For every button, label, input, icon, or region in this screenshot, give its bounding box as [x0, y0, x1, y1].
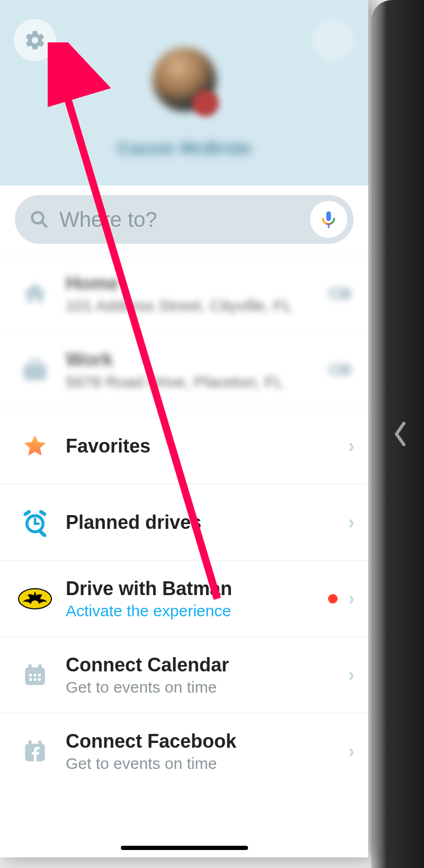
work-address: 5678 Road Drive, Placeton, FL [66, 373, 327, 391]
chevron-right-icon: › [348, 435, 355, 457]
chevron-right-icon: › [348, 588, 355, 610]
chevron-right-icon: › [348, 511, 355, 534]
search-placeholder: Where to? [59, 208, 299, 232]
connect-facebook-row[interactable]: Connect Facebook Get to events on time › [0, 713, 368, 790]
saved-place-home-row[interactable]: Home 101 Address Street, Cityville, FL [0, 255, 368, 332]
home-address: 101 Address Street, Cityville, FL [66, 297, 327, 315]
svg-rect-19 [29, 740, 32, 746]
connect-calendar-row[interactable]: Connect Calendar Get to events on time › [0, 637, 368, 713]
calendar-facebook-icon [22, 738, 48, 765]
calendar-icon [22, 662, 48, 688]
header-right-button[interactable] [312, 19, 355, 61]
planned-drives-label: Planned drives [66, 511, 348, 534]
work-label: Work [66, 349, 327, 371]
gear-icon [24, 29, 46, 51]
svg-point-12 [29, 674, 32, 676]
home-indicator[interactable] [121, 846, 248, 850]
svg-rect-10 [29, 664, 32, 669]
clock-alarm-icon [21, 508, 49, 537]
batman-sub: Activate the experience [66, 602, 328, 620]
svg-point-17 [38, 678, 41, 680]
svg-rect-2 [326, 211, 331, 221]
svg-point-13 [33, 674, 36, 676]
search-section: Where to? [0, 185, 368, 255]
svg-rect-5 [30, 359, 39, 365]
search-bar[interactable]: Where to? [15, 195, 354, 244]
chevron-right-icon: › [348, 664, 355, 686]
calendar-sub: Get to events on time [66, 678, 348, 696]
side-menu-panel: Cassie McBride Where to? [0, 0, 368, 857]
settings-button[interactable] [14, 19, 56, 61]
svg-rect-20 [38, 740, 41, 746]
svg-point-16 [33, 678, 36, 680]
favorites-row[interactable]: Favorites › [0, 408, 368, 484]
svg-point-15 [29, 678, 32, 680]
batman-row[interactable]: Drive with Batman Activate the experienc… [0, 561, 368, 637]
batman-label: Drive with Batman [66, 578, 328, 600]
chevron-right-icon: › [348, 740, 355, 763]
home-icon [21, 280, 49, 307]
svg-point-14 [38, 674, 41, 676]
svg-line-1 [42, 222, 46, 226]
voice-search-button[interactable] [310, 201, 347, 238]
star-icon [22, 433, 48, 459]
svg-rect-4 [23, 364, 46, 380]
mic-icon [319, 210, 338, 229]
avatar-mood-badge [192, 90, 219, 117]
home-toggle[interactable] [327, 287, 352, 300]
profile-header: Cassie McBride [0, 0, 368, 185]
facebook-sub: Get to events on time [66, 755, 348, 773]
planned-drives-row[interactable]: Planned drives › [0, 484, 368, 561]
svg-rect-11 [38, 664, 41, 669]
username-label[interactable]: Cassie McBride [117, 138, 251, 158]
menu-list: Home 101 Address Street, Cityville, FL W… [0, 255, 368, 857]
briefcase-icon [21, 357, 49, 383]
batman-icon [18, 588, 52, 609]
work-toggle[interactable] [327, 363, 352, 377]
saved-place-work-row[interactable]: Work 5678 Road Drive, Placeton, FL [0, 332, 368, 408]
phone-back-chevron-icon [392, 421, 408, 447]
home-label: Home [66, 272, 327, 295]
favorites-label: Favorites [66, 435, 348, 457]
search-icon [30, 210, 49, 229]
facebook-label: Connect Facebook [66, 730, 348, 752]
background-phone [371, 0, 424, 868]
notification-dot [328, 594, 338, 604]
calendar-label: Connect Calendar [66, 654, 348, 676]
